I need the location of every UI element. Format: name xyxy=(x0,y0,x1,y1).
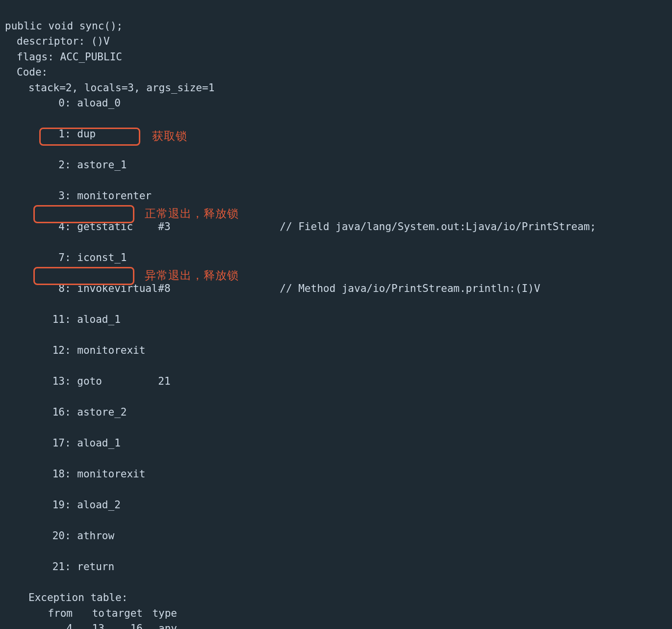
bc-row: 13: goto21 xyxy=(5,374,672,390)
exception-table-label: Exception table: xyxy=(5,590,128,606)
bc-row: 2: astore_1 xyxy=(5,157,672,173)
descriptor: descriptor: ()V xyxy=(5,34,110,50)
code-label: Code: xyxy=(5,65,48,80)
bc-row: 7: iconst_1 xyxy=(5,250,672,266)
method-decl: public void sync(); xyxy=(5,20,123,32)
exception-table-header: fromtotargettype xyxy=(5,606,177,622)
bc-row: 4: getstatic#3// Field java/lang/System.… xyxy=(5,219,672,235)
bc-row: 17: aload_1 xyxy=(5,436,672,451)
bc-row: 20: athrow xyxy=(5,528,672,544)
bc-row-monitorenter: 3: monitorenter xyxy=(5,188,672,204)
bc-row: 16: astore_2 xyxy=(5,405,672,420)
bc-row: 21: return xyxy=(5,559,672,575)
bc-row: 8: invokevirtual#8// Method java/io/Prin… xyxy=(5,281,672,297)
bc-row: 19: aload_2 xyxy=(5,498,672,513)
exception-table-row: 41316any xyxy=(5,621,177,629)
bc-row: 11: aload_1 xyxy=(5,312,672,328)
bc-row: 0: aload_0 xyxy=(5,96,672,111)
bc-row-monitorexit-1: 12: monitorexit xyxy=(5,343,672,359)
bytecode-listing: public void sync(); descriptor: ()V flag… xyxy=(0,0,672,629)
stack-line: stack=2, locals=3, args_size=1 xyxy=(5,80,214,96)
bc-row: 1: dup xyxy=(5,127,672,142)
bc-row-monitorexit-2: 18: monitorexit xyxy=(5,467,672,482)
flags: flags: ACC_PUBLIC xyxy=(5,50,122,65)
